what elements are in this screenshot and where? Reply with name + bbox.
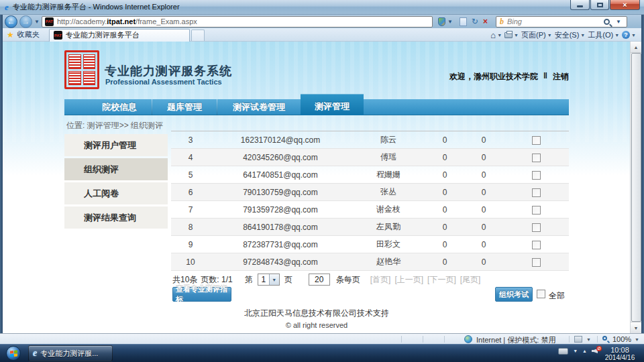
cell-no: 9: [171, 236, 210, 253]
logout-link[interactable]: 注销: [553, 71, 569, 82]
favorites-button[interactable]: 收藏夹: [17, 29, 40, 40]
prev-page-link[interactable]: [上一页]: [394, 274, 423, 286]
security-menu[interactable]: 安全(S)▼: [555, 30, 586, 40]
new-tab-button[interactable]: [191, 29, 205, 41]
tab-bar: ★ 收藏夹 PAT 专业能力测评服务平台 ⌂▼ ▼ 页面(P)▼ 安全(S)▼ …: [3, 28, 641, 42]
welcome-text: 欢迎，滁州职业技术学院: [449, 71, 538, 82]
tab-title: 专业能力测评服务平台: [66, 30, 140, 40]
cell-email: 791359728@qq.com: [210, 201, 351, 219]
table-row: 8 864190178@qq.com 左凤勤 0 0: [171, 219, 569, 236]
footer-copyright: © all right reserved: [64, 321, 569, 329]
organize-exam-button[interactable]: 组织考试: [495, 287, 533, 302]
cell-no: 3: [171, 131, 210, 149]
input-method-icon[interactable]: [558, 348, 568, 355]
volume-muted-icon[interactable]: ∅: [592, 347, 600, 355]
page-menu[interactable]: 页面(P)▼: [521, 30, 552, 40]
refresh-icon[interactable]: ↻: [472, 17, 478, 25]
page-footer: 北京正阳天马信息技术有限公司技术支持 © all right reserved: [64, 308, 569, 329]
title-bar[interactable]: e 专业能力测评服务平台 - Windows Internet Explorer…: [0, 0, 644, 15]
zoom-level[interactable]: 100%: [612, 335, 631, 343]
first-page-link[interactable]: [首页]: [370, 274, 391, 286]
maximize-button[interactable]: [590, 0, 609, 10]
row-checkbox[interactable]: [532, 223, 541, 232]
row-checkbox[interactable]: [532, 206, 541, 215]
select-all-checkbox[interactable]: [537, 290, 545, 298]
search-dropdown-icon[interactable]: ▼: [616, 19, 621, 25]
sidebar-item-user-management[interactable]: 测评用户管理: [64, 134, 168, 156]
row-checkbox[interactable]: [532, 241, 541, 249]
search-input[interactable]: b Bing ▼: [496, 16, 627, 27]
scroll-up-icon[interactable]: ▲: [631, 42, 641, 53]
zoom-dropdown-icon[interactable]: ▼: [635, 337, 639, 342]
cell-name: 傅瑶: [351, 149, 426, 166]
cell-email: 864190178@qq.com: [210, 219, 351, 236]
row-checkbox[interactable]: [532, 136, 541, 145]
command-bar: ⌂▼ ▼ 页面(P)▼ 安全(S)▼ 工具(O)▼ ?▼: [490, 28, 636, 42]
printer-icon: [504, 32, 513, 38]
cell-email: 972848743@qq.com: [210, 253, 351, 271]
table-row: 7 791359728@qq.com 谢金枝 0 0: [171, 201, 569, 219]
minimize-button[interactable]: [570, 0, 590, 10]
back-button[interactable]: ←: [5, 15, 17, 28]
nav-item-question-bank[interactable]: 题库管理: [152, 99, 217, 115]
close-button[interactable]: ×: [610, 0, 640, 10]
last-page-link[interactable]: [尾页]: [460, 274, 481, 286]
scrollbar-thumb[interactable]: [631, 53, 641, 322]
taskbar-clock[interactable]: 10:08 2014/4/16: [601, 346, 639, 361]
vertical-scrollbar[interactable]: ▲ ▼: [630, 42, 641, 333]
status-bar: Internet | 保护模式: 禁用 ▼ 100% ▼: [0, 333, 644, 344]
search-icon[interactable]: [604, 19, 610, 25]
stop-icon[interactable]: ×: [483, 17, 488, 25]
tray-dropdown-icon[interactable]: ▼: [573, 349, 578, 353]
browser-tab[interactable]: PAT 专业能力测评服务平台: [49, 29, 190, 42]
sidebar-item-organize-assessment[interactable]: 组织测评: [64, 158, 168, 180]
ie-icon: e: [33, 348, 37, 359]
search-placeholder: Bing: [507, 17, 604, 25]
cell-no: 7: [171, 201, 210, 219]
row-checkbox[interactable]: [532, 154, 541, 162]
address-bar-row: ← → ▼ PAT http://academy.itpat.net/frame…: [3, 15, 641, 28]
view-indicators-button[interactable]: 查看专业测评指标: [172, 287, 231, 302]
row-checkbox[interactable]: [532, 171, 541, 180]
row-checkbox[interactable]: [532, 258, 541, 267]
tools-menu[interactable]: 工具(O)▼: [588, 30, 619, 40]
help-menu[interactable]: ?▼: [622, 31, 636, 39]
start-button[interactable]: [6, 346, 21, 361]
cell-email: 872387731@qq.com: [210, 236, 351, 253]
pagination-pages: 页数: 1/1: [201, 274, 232, 286]
per-page-input[interactable]: 20: [309, 274, 330, 286]
cell-no: 4: [171, 149, 210, 166]
compat-status-icon[interactable]: [574, 336, 582, 343]
row-checkbox[interactable]: [532, 188, 541, 197]
security-shield-button[interactable]: ▼: [438, 17, 455, 26]
taskbar-ie-button[interactable]: e 专业能力测评服...: [28, 345, 113, 361]
page-select[interactable]: 1 ▼: [258, 274, 280, 286]
zoom-icon[interactable]: [602, 336, 607, 341]
cell-email: 641740851@qq.com: [210, 166, 351, 184]
cell-no: 6: [171, 184, 210, 201]
address-input[interactable]: PAT http://academy.itpat.net/frame_Exam.…: [42, 16, 433, 27]
nav-item-assessment-management[interactable]: 测评管理: [301, 94, 364, 115]
sidebar: 测评用户管理 组织测评 人工阅卷 测评结果查询: [64, 134, 168, 231]
sidebar-item-manual-grading[interactable]: 人工阅卷: [64, 182, 168, 204]
welcome-bar: 欢迎，滁州职业技术学院 ‖ 注销: [449, 71, 569, 82]
print-button[interactable]: ▼: [504, 32, 519, 38]
history-dropdown-icon[interactable]: ▼: [34, 19, 40, 25]
home-button[interactable]: ⌂▼: [490, 31, 502, 40]
window-title: 专业能力测评服务平台 - Windows Internet Explorer: [13, 2, 180, 12]
favorites-star-icon[interactable]: ★: [7, 30, 14, 40]
nav-item-paper-management[interactable]: 测评试卷管理: [217, 99, 301, 115]
clock-date: 2014/4/16: [601, 354, 639, 361]
forward-button[interactable]: →: [19, 15, 32, 28]
sidebar-item-result-query[interactable]: 测评结果查询: [64, 206, 168, 229]
next-page-link[interactable]: [下一页]: [427, 274, 456, 286]
scroll-down-icon[interactable]: ▼: [631, 322, 641, 333]
status-dropdown-icon[interactable]: ▼: [586, 337, 591, 342]
ie-icon: e: [5, 2, 9, 13]
clock-time: 10:08: [601, 346, 639, 354]
windows-taskbar: e 专业能力测评服... ▼ ▲ ∅ 10:08 2014/4/16: [0, 344, 644, 362]
nav-item-school-info[interactable]: 院校信息: [87, 99, 152, 115]
tray-expand-icon[interactable]: ▲: [582, 349, 587, 353]
ie-browser-window: e 专业能力测评服务平台 - Windows Internet Explorer…: [0, 0, 644, 362]
compatibility-view-icon[interactable]: [460, 17, 467, 26]
